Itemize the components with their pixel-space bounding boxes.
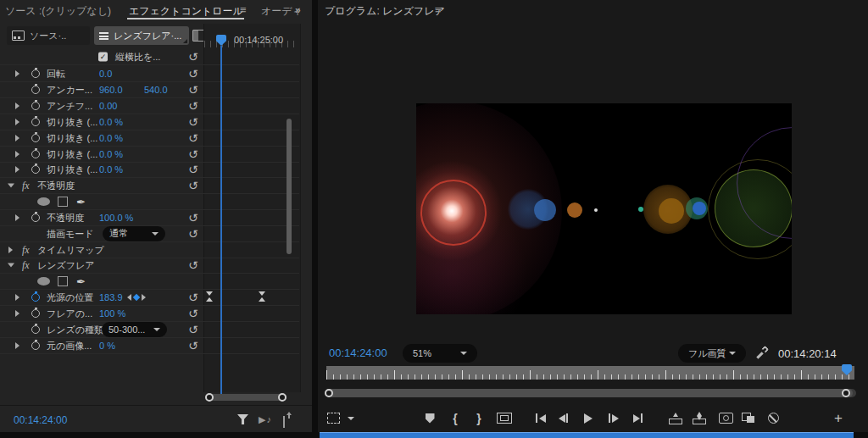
fx-badge-icon[interactable]: fx: [22, 243, 30, 256]
marquee-settings-button[interactable]: [325, 405, 342, 431]
expand-chevron-icon[interactable]: [15, 166, 19, 173]
reset-icon[interactable]: ↺: [188, 51, 198, 63]
go-to-out-button[interactable]: [628, 405, 648, 431]
collapse-chevron-icon[interactable]: [8, 183, 14, 187]
pen-mask-icon[interactable]: ✒: [76, 274, 86, 287]
reset-icon[interactable]: ↺: [188, 212, 198, 224]
expand-chevron-icon[interactable]: [15, 214, 19, 221]
play-button[interactable]: [579, 405, 598, 431]
next-keyframe-icon[interactable]: [142, 294, 146, 301]
keyframe-icon[interactable]: [206, 291, 214, 302]
step-back-button[interactable]: [554, 405, 574, 431]
comparison-view-button[interactable]: [738, 405, 759, 431]
expand-chevron-icon[interactable]: [15, 310, 19, 317]
uniform-scale-checkbox[interactable]: ✓: [98, 52, 108, 61]
global-fx-mute-button[interactable]: [764, 405, 782, 431]
export-icon[interactable]: [283, 416, 285, 428]
export-frame-button[interactable]: [716, 405, 735, 431]
stopwatch-icon[interactable]: [31, 69, 40, 78]
source-clip-button[interactable]: ソース·..: [7, 26, 90, 45]
keyframe-icon[interactable]: [259, 291, 266, 302]
stopwatch-icon[interactable]: [31, 309, 40, 318]
stopwatch-active-icon[interactable]: [31, 293, 40, 302]
reset-icon[interactable]: ↺: [188, 259, 198, 271]
expand-chevron-icon[interactable]: [15, 151, 19, 158]
fx-badge-icon[interactable]: fx: [22, 258, 30, 271]
stopwatch-icon[interactable]: [31, 165, 40, 174]
ellipse-mask-icon[interactable]: [37, 277, 50, 286]
reset-icon[interactable]: ↺: [188, 116, 198, 128]
ec-vertical-scrollbar[interactable]: [287, 119, 292, 254]
stopwatch-icon[interactable]: [31, 134, 40, 142]
reset-icon[interactable]: ↺: [188, 148, 198, 160]
program-current-timecode[interactable]: 00:14:24:00: [329, 347, 387, 359]
safe-margins-button[interactable]: [494, 405, 515, 431]
reset-icon[interactable]: ↺: [188, 340, 198, 352]
play-audio-icon[interactable]: ▶♪: [259, 414, 272, 425]
stopwatch-icon[interactable]: [31, 86, 40, 94]
stopwatch-icon[interactable]: [31, 213, 40, 222]
ec-current-timecode[interactable]: 00:14:24:00: [14, 414, 67, 426]
stopwatch-icon[interactable]: [31, 118, 40, 126]
prev-keyframe-icon[interactable]: [127, 294, 131, 301]
lift-button[interactable]: [665, 405, 686, 431]
reset-icon[interactable]: ↺: [188, 68, 198, 80]
go-to-in-button[interactable]: [530, 405, 550, 431]
expand-chevron-icon[interactable]: [15, 135, 19, 141]
program-menu-icon[interactable]: ≡: [435, 3, 442, 16]
pen-mask-icon[interactable]: ✒: [76, 195, 86, 208]
rect-mask-icon[interactable]: [58, 276, 68, 286]
expand-chevron-icon[interactable]: [15, 119, 19, 125]
ec-zoom-scrollbar[interactable]: [206, 394, 287, 401]
zoom-handle-right[interactable]: [278, 393, 287, 402]
step-forward-button[interactable]: [603, 405, 623, 431]
zoom-handle-right[interactable]: [842, 389, 850, 397]
reset-icon[interactable]: ↺: [188, 164, 198, 175]
reset-icon[interactable]: ↺: [188, 180, 198, 191]
expand-chevron-icon[interactable]: [8, 247, 13, 253]
stopwatch-icon[interactable]: [31, 325, 40, 334]
zoom-handle-left[interactable]: [325, 389, 333, 397]
stopwatch-icon[interactable]: [31, 341, 40, 350]
reset-icon[interactable]: ↺: [188, 132, 198, 144]
reset-icon[interactable]: ↺: [188, 100, 198, 112]
tab-effect-controls[interactable]: エフェクトコントロール: [129, 4, 243, 19]
fx-badge-icon[interactable]: fx: [22, 179, 30, 191]
reset-icon[interactable]: ↺: [188, 84, 198, 96]
mark-out-button[interactable]: }: [472, 405, 486, 431]
rect-mask-icon[interactable]: [58, 197, 68, 207]
wrench-settings-icon[interactable]: [757, 347, 769, 358]
zoom-handle-left[interactable]: [205, 393, 214, 402]
tab-overflow-icon[interactable]: »: [295, 4, 301, 16]
filter-funnel-icon[interactable]: [237, 414, 248, 424]
panel-divider[interactable]: [312, 0, 318, 438]
collapse-chevron-icon[interactable]: [8, 263, 14, 267]
stopwatch-icon[interactable]: [31, 102, 40, 110]
program-title[interactable]: プログラム: レンズフレア: [325, 4, 445, 19]
blend-mode-dropdown[interactable]: 通常: [103, 226, 165, 241]
mark-in-button[interactable]: {: [448, 405, 462, 431]
program-zoom-scrollbar[interactable]: [325, 389, 856, 397]
program-video-frame[interactable]: [416, 103, 792, 314]
add-marker-button[interactable]: [421, 405, 438, 431]
expand-chevron-icon[interactable]: [15, 103, 19, 109]
add-keyframe-icon[interactable]: [133, 293, 140, 300]
expand-chevron-icon[interactable]: [15, 70, 19, 77]
playback-quality-dropdown[interactable]: フル画質: [678, 344, 746, 363]
button-editor-button[interactable]: +: [830, 405, 847, 431]
active-clip-button[interactable]: レンズフレア·...: [94, 26, 189, 45]
panel-menu-icon[interactable]: ≡: [240, 3, 247, 16]
reset-icon[interactable]: ↺: [188, 228, 198, 240]
lens-type-dropdown[interactable]: 50-300...: [102, 322, 167, 337]
reset-icon[interactable]: ↺: [188, 291, 198, 303]
expand-chevron-icon[interactable]: [15, 294, 19, 301]
marquee-dropdown-button[interactable]: [345, 405, 357, 431]
reset-icon[interactable]: ↺: [188, 308, 198, 319]
expand-chevron-icon[interactable]: [15, 342, 19, 349]
extract-button[interactable]: [689, 405, 709, 431]
ellipse-mask-icon[interactable]: [37, 197, 50, 206]
stopwatch-icon[interactable]: [31, 150, 40, 158]
zoom-level-dropdown[interactable]: 51%: [403, 344, 477, 363]
tab-source[interactable]: ソース :(クリップなし): [5, 4, 111, 19]
program-time-ruler[interactable]: [326, 366, 854, 380]
